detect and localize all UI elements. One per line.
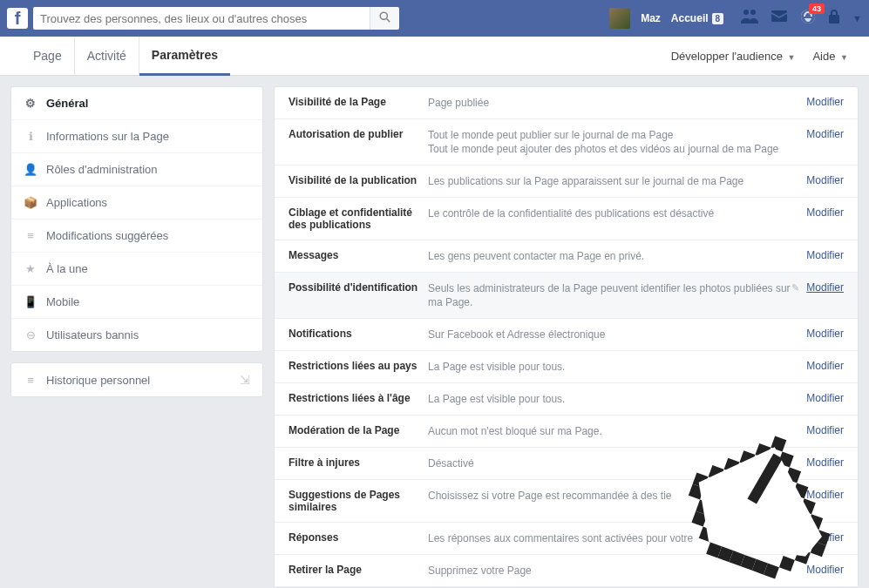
search-input[interactable]: [33, 7, 370, 30]
settings-row-value: La Page est visible pour tous.: [428, 392, 806, 406]
settings-row-label: Suggestions de Pages similaires: [289, 489, 428, 513]
page-tabbar: Page Activité Paramètres Développer l'au…: [0, 37, 869, 76]
facebook-logo[interactable]: f: [7, 8, 28, 29]
help-dropdown[interactable]: Aide ▼: [812, 50, 848, 63]
sidebar-item-history[interactable]: ≡ Historique personnel ⇲: [11, 363, 262, 396]
settings-row-value-line: Page publiée: [428, 96, 806, 110]
settings-row-actions: Modifier: [806, 456, 844, 469]
settings-row: RéponsesLes réponses aux commentaires so…: [275, 523, 858, 555]
edit-link[interactable]: Modifier: [806, 489, 844, 501]
edit-link[interactable]: Modifier: [806, 360, 844, 372]
develop-audience-label: Développer l'audience: [671, 50, 783, 63]
sidebar-icon: ★: [24, 262, 37, 275]
settings-row-value-line: Les réponses aux commentaires sont activ…: [428, 531, 806, 545]
sidebar-item[interactable]: ⚙Général: [11, 87, 262, 120]
sidebar-item-label: Historique personnel: [46, 374, 150, 387]
edit-link[interactable]: Modifier: [806, 96, 844, 108]
settings-row: Suggestions de Pages similairesChoisisse…: [275, 480, 858, 523]
settings-dropdown-icon[interactable]: ▼: [852, 13, 862, 24]
sidebar-item[interactable]: ⊖Utilisateurs bannis: [11, 319, 262, 351]
search-button[interactable]: [370, 7, 399, 30]
settings-row-label: Autorisation de publier: [289, 128, 428, 140]
settings-row-label: Visibilité de la publication: [289, 174, 428, 186]
sidebar-item[interactable]: 👤Rôles d'administration: [11, 153, 262, 186]
sidebar-item-label: À la une: [46, 262, 88, 275]
edit-link[interactable]: Modifier: [806, 564, 844, 576]
settings-content: Visibilité de la PagePage publiéeModifie…: [274, 86, 859, 588]
settings-row: MessagesLes gens peuvent contacter ma Pa…: [275, 240, 858, 273]
sidebar-item-label: Modifications suggérées: [46, 229, 168, 242]
main-area: ⚙GénéralℹInformations sur la Page👤Rôles …: [0, 76, 869, 588]
top-nav: f Maz Accueil 8 43: [0, 0, 869, 37]
edit-link[interactable]: Modifier: [806, 249, 844, 261]
settings-row-actions: Modifier: [806, 424, 844, 436]
sidebar-item[interactable]: ℹInformations sur la Page: [11, 120, 262, 153]
settings-row-label: Notifications: [289, 328, 428, 340]
sidebar-item[interactable]: ≡Modifications suggérées: [11, 220, 262, 253]
settings-row-actions: Modifier: [806, 489, 844, 501]
privacy-lock-icon[interactable]: [828, 10, 840, 28]
tab-page[interactable]: Page: [21, 37, 75, 76]
settings-row: Possibilité d'identificationSeuls les ad…: [275, 273, 858, 319]
sidebar-icon: 📦: [24, 196, 37, 209]
avatar[interactable]: [609, 8, 630, 29]
settings-row-value-line: Supprimez votre Page: [428, 564, 806, 578]
friend-requests-icon[interactable]: [741, 9, 758, 29]
notifications-icon[interactable]: 43: [800, 9, 816, 29]
settings-row-value: Les gens peuvent contacter ma Page en pr…: [428, 249, 806, 263]
expand-icon: ⇲: [240, 373, 250, 387]
settings-row-value: Choisissez si votre Page est recommandée…: [428, 489, 806, 503]
help-label: Aide: [812, 50, 835, 63]
settings-row-actions: Modifier: [806, 206, 844, 219]
sidebar-icon: ⚙: [24, 97, 37, 110]
settings-row: Autorisation de publierTout le monde peu…: [275, 119, 858, 166]
edit-link[interactable]: Modifier: [806, 456, 844, 469]
home-link[interactable]: Accueil 8: [671, 12, 723, 24]
settings-row-value-line: La Page est visible pour tous.: [428, 392, 806, 406]
edit-link[interactable]: Modifier: [806, 281, 844, 294]
settings-row-label: Filtre à injures: [289, 456, 428, 469]
sidebar-icon: ℹ: [24, 130, 37, 143]
sidebar-item-label: Mobile: [46, 295, 79, 308]
edit-link[interactable]: Modifier: [806, 424, 844, 436]
tab-activity[interactable]: Activité: [75, 37, 139, 76]
home-badge: 8: [712, 13, 724, 24]
sidebar-item-label: Informations sur la Page: [46, 130, 169, 143]
settings-row-value-line: Seuls les administrateurs de la Page peu…: [428, 281, 791, 309]
settings-row-value-line: Désactivé: [428, 456, 806, 470]
edit-link[interactable]: Modifier: [806, 174, 844, 186]
search-icon: [379, 11, 390, 25]
settings-row: Retirer la PageSupprimez votre PageModif…: [275, 555, 858, 587]
edit-link[interactable]: Modifier: [806, 128, 844, 140]
sidebar-item[interactable]: 📱Mobile: [11, 286, 262, 319]
settings-row-label: Visibilité de la Page: [289, 96, 428, 108]
settings-row-value-line: La Page est visible pour tous.: [428, 360, 806, 374]
sidebar-item[interactable]: 📦Applications: [11, 186, 262, 220]
tabbar-right: Développer l'audience ▼ Aide ▼: [671, 50, 848, 63]
home-label: Accueil: [671, 12, 709, 24]
settings-row-value: Supprimez votre Page: [428, 564, 806, 578]
settings-row-value-line: Le contrôle de la confidentialité des pu…: [428, 206, 806, 220]
tab-settings[interactable]: Paramètres: [139, 37, 230, 76]
sidebar-item[interactable]: ★À la une: [11, 253, 262, 286]
profile-link[interactable]: Maz: [641, 12, 661, 24]
sidebar-menu: ⚙GénéralℹInformations sur la Page👤Rôles …: [10, 86, 263, 352]
sidebar-icon: ≡: [24, 229, 37, 242]
settings-row: Ciblage et confidentialité des publicati…: [275, 198, 858, 240]
settings-row: Visibilité de la PagePage publiéeModifie…: [275, 87, 858, 119]
settings-row-label: Restrictions liées à l'âge: [289, 392, 428, 404]
settings-row-value-line: Tout le monde peut ajouter des photos et…: [428, 142, 806, 156]
settings-sidebar: ⚙GénéralℹInformations sur la Page👤Rôles …: [10, 86, 263, 588]
settings-row-actions: Modifier: [806, 96, 844, 108]
edit-link[interactable]: Modifier: [806, 531, 844, 544]
develop-audience-dropdown[interactable]: Développer l'audience ▼: [671, 50, 796, 63]
edit-link[interactable]: Modifier: [806, 392, 844, 404]
messages-icon[interactable]: [771, 9, 788, 29]
chevron-down-icon: ▼: [840, 53, 848, 62]
edit-link[interactable]: Modifier: [806, 206, 844, 219]
settings-row-label: Restrictions liées au pays: [289, 360, 428, 372]
nav-right: Maz Accueil 8 43 ▼: [609, 8, 862, 29]
notifications-badge: 43: [809, 3, 825, 14]
settings-row-value-line: Tout le monde peut publier sur le journa…: [428, 128, 806, 142]
edit-link[interactable]: Modifier: [806, 328, 844, 340]
